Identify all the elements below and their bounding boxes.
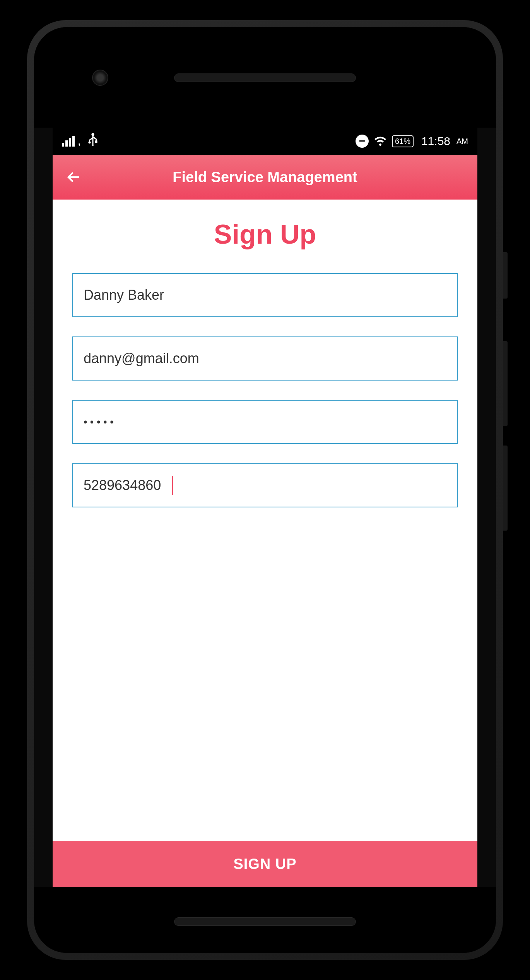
phone-bezel-top <box>34 27 496 128</box>
phone-mockup: , <box>0 0 530 980</box>
signal-icon <box>62 136 75 147</box>
password-input[interactable] <box>72 400 458 444</box>
phone-earpiece <box>174 73 356 82</box>
phone-bezel-bottom <box>34 887 496 953</box>
clock-time: 11:58 <box>421 135 450 148</box>
phone-volume-down <box>503 446 508 531</box>
email-input[interactable] <box>72 336 458 381</box>
app-header: Field Service Management <box>53 155 477 200</box>
wifi-icon <box>373 134 387 148</box>
status-bar: , <box>53 128 477 155</box>
app-title: Field Service Management <box>173 169 357 186</box>
clock-ampm: AM <box>456 137 468 146</box>
svg-rect-3 <box>95 140 97 143</box>
phone-inner-frame: , <box>34 27 496 953</box>
phone-speaker <box>174 917 356 926</box>
signup-content: Sign Up SIGN UP <box>53 200 477 887</box>
phone-input-wrapper <box>72 463 458 527</box>
back-button[interactable] <box>62 166 85 189</box>
status-left: , <box>62 133 99 149</box>
phone-camera <box>92 70 108 86</box>
phone-input[interactable] <box>72 463 458 507</box>
do-not-disturb-icon: − <box>356 135 369 148</box>
name-input[interactable] <box>72 273 458 317</box>
svg-point-2 <box>88 141 91 143</box>
phone-outer-frame: , <box>27 20 503 960</box>
usb-icon <box>87 133 99 149</box>
phone-screen: , <box>53 128 477 887</box>
arrow-left-icon <box>66 169 81 185</box>
phone-volume-up <box>503 341 508 426</box>
text-cursor <box>172 476 173 495</box>
battery-indicator: 61% <box>392 135 414 147</box>
phone-power-button <box>503 252 508 299</box>
status-comma: , <box>78 135 81 147</box>
status-right: − 61% 11:58 AM <box>356 134 468 148</box>
signup-button[interactable]: SIGN UP <box>53 841 477 887</box>
page-heading: Sign Up <box>72 219 458 250</box>
